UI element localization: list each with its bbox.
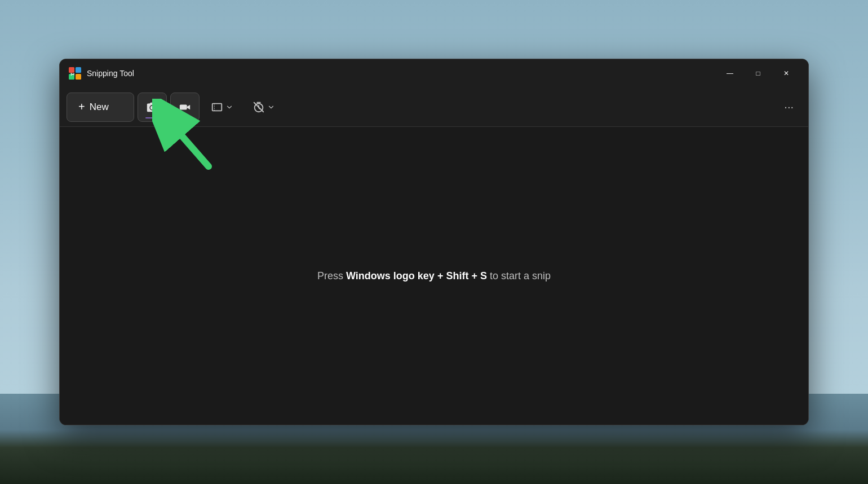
timer-icon — [253, 101, 265, 113]
title-bar: ✂ Snipping Tool — □ ✕ — [60, 59, 808, 87]
plus-icon: + — [78, 100, 85, 113]
snip-type-button[interactable] — [203, 93, 241, 122]
svg-point-5 — [150, 105, 154, 109]
window-controls: — □ ✕ — [717, 64, 799, 82]
more-options-button[interactable]: ··· — [776, 93, 801, 122]
snipping-tool-window: ✂ Snipping Tool — □ ✕ + New — [59, 59, 809, 425]
app-title: Snipping Tool — [87, 69, 134, 78]
svg-rect-1 — [76, 67, 81, 73]
close-button[interactable]: ✕ — [773, 64, 799, 82]
camera-icon — [146, 101, 158, 113]
new-button[interactable]: + New — [67, 93, 134, 122]
screenshot-mode-button[interactable] — [138, 93, 167, 122]
rectangle-snip-icon — [211, 101, 223, 113]
toolbar: + New — [60, 87, 808, 127]
chevron-down-icon — [225, 103, 233, 111]
snipping-tool-icon: ✂ — [69, 67, 81, 80]
svg-rect-7 — [212, 103, 222, 111]
hint-text: Press Windows logo key + Shift + S to st… — [317, 270, 551, 282]
new-button-label: New — [90, 102, 109, 113]
timer-chevron-down-icon — [267, 103, 275, 111]
timer-button[interactable] — [245, 93, 283, 122]
minimize-button[interactable]: — — [717, 64, 743, 82]
more-options-label: ··· — [784, 100, 794, 113]
svg-rect-6 — [180, 104, 187, 109]
svg-text:✂: ✂ — [70, 72, 75, 77]
camera-active-indicator — [145, 117, 159, 118]
maximize-button[interactable]: □ — [745, 64, 771, 82]
svg-rect-3 — [76, 74, 81, 80]
video-icon — [179, 101, 191, 113]
title-left: ✂ Snipping Tool — [69, 67, 134, 80]
main-content-area: Press Windows logo key + Shift + S to st… — [60, 127, 808, 425]
video-mode-button[interactable] — [170, 93, 200, 122]
